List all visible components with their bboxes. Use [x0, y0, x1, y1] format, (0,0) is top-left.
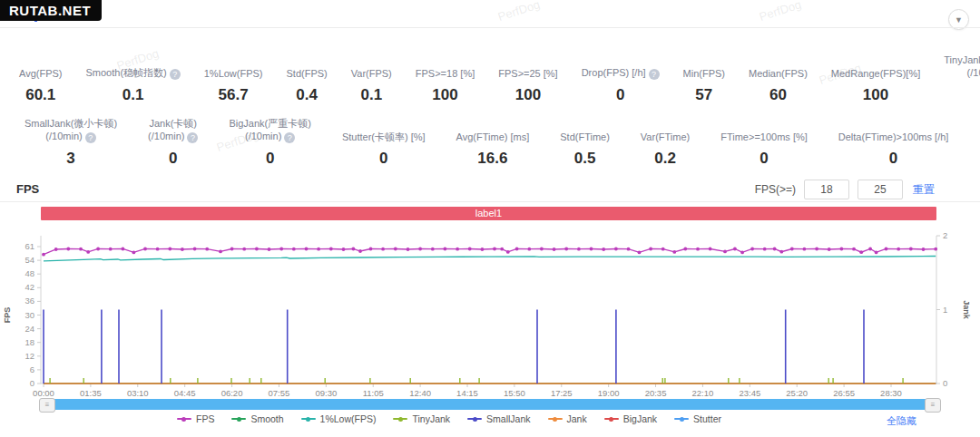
x-tick-label: 06:20 [221, 388, 243, 398]
legend-item-smalljank[interactable]: SmallJank [467, 413, 530, 424]
series-marker [292, 248, 296, 251]
series-marker [219, 250, 222, 254]
x-tick-label: 15:50 [504, 388, 525, 398]
metric-label: Avg(FPS) [19, 51, 62, 80]
series-marker [255, 248, 259, 251]
legend-swatch-icon [548, 418, 563, 420]
metric-median-fps-: Median(FPS)60 [737, 51, 819, 104]
y-left-tick-label: 0 [30, 378, 34, 388]
metric-value: 0 [169, 150, 177, 168]
scrollbar-right-handle[interactable]: ≡ [925, 398, 941, 413]
x-tick-label: 17:25 [551, 388, 573, 398]
fps-threshold-label: FPS(>=) [755, 183, 796, 196]
hide-all-link[interactable]: 全隐藏 [887, 414, 916, 428]
legend-item-jank[interactable]: Jank [548, 413, 587, 424]
fps-section-header: FPS FPS(>=) 重置 [0, 178, 980, 205]
series-marker [750, 248, 754, 251]
metric-fps-18-%-: FPS>=18 [%]100 [404, 51, 486, 104]
series-marker [358, 249, 362, 253]
y-left-axis-title: FPS [3, 307, 12, 324]
series-marker [381, 248, 385, 251]
series-marker [662, 248, 665, 251]
metric-value: 60.1 [25, 86, 55, 104]
metric-label: Avg(FTime) [ms] [456, 114, 530, 143]
help-icon[interactable]: ? [85, 132, 96, 143]
series-marker [506, 250, 510, 254]
x-tick-label: 01:35 [80, 388, 102, 398]
legend-item-fps[interactable]: FPS [177, 413, 214, 424]
series-marker [242, 248, 246, 251]
series-marker [885, 248, 888, 251]
series-marker [875, 251, 878, 255]
series-marker [696, 248, 700, 251]
fps-threshold-high-input[interactable] [858, 180, 903, 199]
legend-item-tinyjank[interactable]: TinyJank [393, 413, 450, 424]
series-marker [859, 250, 863, 254]
series-marker [156, 248, 160, 251]
y-left-tick-label: 12 [24, 351, 34, 361]
metric-drop-fps-h-: Drop(FPS) [/h]?0 [570, 51, 671, 104]
series-marker [683, 248, 687, 251]
legend-label: BigJank [623, 413, 657, 424]
metric-value: 3 [66, 150, 74, 168]
metric-label: Std(FTime) [560, 114, 610, 143]
metric-label: Jank(卡顿)(/10min)? [148, 114, 198, 143]
series-marker [109, 248, 113, 251]
legend-swatch-icon [393, 418, 407, 420]
metric-value: 100 [515, 86, 541, 104]
y-right-tick-label: 0 [943, 378, 947, 388]
chart-label-banner: label1 [41, 207, 936, 220]
series-marker [168, 248, 172, 251]
fps-threshold-low-input[interactable] [804, 180, 849, 199]
chart-legend: FPSSmooth1%Low(FPS)TinyJankSmallJankJank… [41, 413, 858, 424]
help-icon[interactable]: ? [649, 69, 660, 80]
metric-label: FPS>=18 [%] [416, 51, 475, 80]
legend-item-stutter[interactable]: Stutter [674, 413, 721, 424]
help-icon[interactable]: ? [187, 132, 198, 143]
chart-scrollbar[interactable]: ≡ ≡ [41, 399, 939, 410]
series-marker [268, 248, 271, 251]
legend-item-smooth[interactable]: Smooth [231, 413, 283, 424]
metric-label: BigJank(严重卡顿)(/10min)? [229, 114, 310, 143]
legend-swatch-icon [674, 418, 689, 420]
series-marker [132, 251, 136, 255]
x-tick-label: 25:20 [786, 388, 808, 398]
series-marker [740, 251, 744, 255]
series-marker [143, 248, 147, 251]
series-marker [96, 248, 100, 251]
metric-value: 60 [769, 86, 787, 104]
help-icon[interactable]: ? [170, 69, 181, 80]
series-marker [54, 248, 58, 251]
help-icon[interactable]: ? [284, 132, 295, 143]
x-tick-label: 23:45 [739, 388, 760, 398]
metric-value: 57 [695, 86, 712, 104]
metric-label: Std(FPS) [287, 51, 328, 80]
metric-value: 0 [266, 150, 274, 168]
fps-threshold-filter: FPS(>=) 重置 [755, 180, 935, 199]
legend-item-1-low-fps-[interactable]: 1%Low(FPS) [301, 413, 377, 424]
y-left-tick-label: 18 [24, 337, 34, 347]
fps-jank-line-chart: 6154484236302418126021000:0001:3503:1004… [0, 225, 980, 402]
series-marker [352, 248, 356, 251]
series-marker [672, 250, 676, 254]
series-marker [317, 248, 320, 251]
metric-ftime-100ms-%-: FTime>=100ms [%]0 [705, 114, 823, 168]
reset-link[interactable]: 重置 [913, 182, 935, 198]
series-marker [553, 248, 556, 251]
series-marker [733, 248, 737, 251]
legend-label: 1%Low(FPS) [320, 413, 377, 424]
series-marker [305, 248, 309, 251]
metric-std-ftime-: Std(FTime)0.5 [544, 114, 625, 168]
series-marker [431, 248, 435, 251]
series-marker [590, 248, 593, 251]
series-marker [181, 248, 184, 251]
scrollbar-left-handle[interactable]: ≡ [39, 398, 55, 413]
fps-section-title: FPS [16, 182, 39, 196]
series-line-fps [44, 249, 936, 255]
metric-value: 0.1 [122, 86, 144, 104]
y-left-tick-label: 6 [30, 364, 34, 374]
y-left-tick-label: 54 [24, 255, 34, 265]
legend-item-bigjank[interactable]: BigJank [604, 413, 657, 424]
metric-value: 0 [379, 150, 387, 168]
series-marker [852, 248, 856, 251]
